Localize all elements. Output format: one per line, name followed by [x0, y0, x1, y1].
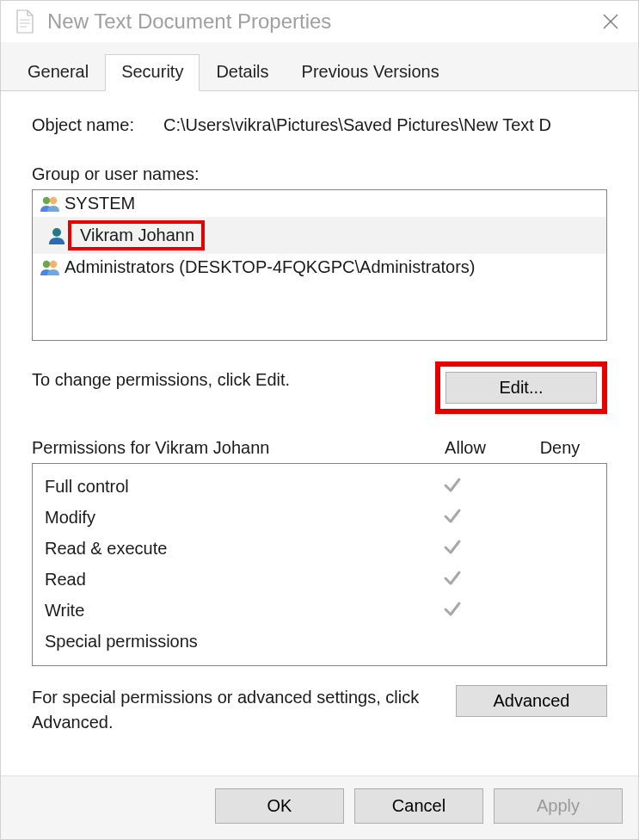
- permission-row: Read: [45, 564, 594, 595]
- permission-row: Modify: [45, 502, 594, 533]
- permission-name: Modify: [45, 508, 405, 528]
- check-icon: [442, 536, 463, 561]
- group-label: Group or user names:: [32, 164, 607, 184]
- permission-allow: [405, 536, 500, 561]
- permission-row: Read & execute: [45, 533, 594, 564]
- permissions-header-name: Permissions for Vikram Johann: [32, 438, 418, 458]
- properties-window: New Text Document Properties General Sec…: [0, 0, 639, 840]
- tab-security[interactable]: Security: [105, 54, 200, 91]
- permissions-header: Permissions for Vikram Johann Allow Deny: [32, 438, 607, 458]
- advanced-button[interactable]: Advanced: [456, 685, 607, 717]
- permission-name: Full control: [45, 477, 405, 497]
- highlight-box-edit: Edit...: [435, 361, 607, 414]
- list-item-label: Vikram Johann: [80, 225, 194, 245]
- tab-previous-versions[interactable]: Previous Versions: [286, 54, 456, 90]
- list-item-label: SYSTEM: [65, 194, 135, 213]
- list-item-label: Administrators (DESKTOP-4FQKGPC\Administ…: [65, 257, 476, 277]
- tab-content: Object name: C:\Users\vikra\Pictures\Sav…: [1, 91, 638, 775]
- permissions-col-deny: Deny: [513, 438, 607, 458]
- titlebar: New Text Document Properties: [1, 1, 638, 42]
- svg-point-6: [50, 196, 57, 203]
- advanced-hint: For special permissions or advanced sett…: [32, 685, 439, 735]
- permission-row: Write: [45, 595, 594, 626]
- edit-hint: To change permissions, click Edit.: [32, 361, 418, 390]
- ok-button[interactable]: OK: [215, 788, 344, 824]
- permission-name: Read: [45, 570, 405, 590]
- list-item-system[interactable]: SYSTEM: [33, 190, 606, 217]
- svg-point-7: [52, 228, 61, 237]
- permission-name: Special permissions: [45, 632, 405, 652]
- object-label: Object name:: [32, 115, 134, 135]
- permission-row: Special permissions: [45, 626, 594, 657]
- apply-button[interactable]: Apply: [494, 788, 623, 824]
- tab-details[interactable]: Details: [200, 54, 285, 90]
- dialog-footer: OK Cancel Apply: [1, 775, 638, 839]
- window-title: New Text Document Properties: [47, 9, 590, 34]
- list-item-vikram[interactable]: Vikram Johann: [33, 217, 606, 254]
- edit-button[interactable]: Edit...: [445, 372, 597, 404]
- close-button[interactable]: [590, 1, 631, 42]
- permission-allow: [405, 505, 500, 530]
- permission-allow: [405, 567, 500, 592]
- svg-point-9: [50, 260, 57, 267]
- advanced-row: For special permissions or advanced sett…: [32, 685, 607, 735]
- check-icon: [442, 474, 463, 499]
- tab-general[interactable]: General: [11, 54, 105, 90]
- permissions-table: Full controlModifyRead & executeReadWrit…: [32, 463, 607, 666]
- permission-allow: [405, 474, 500, 499]
- cancel-button[interactable]: Cancel: [354, 788, 483, 824]
- tab-strip: General Security Details Previous Versio…: [1, 42, 638, 91]
- check-icon: [442, 505, 463, 530]
- check-icon: [442, 567, 463, 592]
- object-row: Object name: C:\Users\vikra\Pictures\Sav…: [32, 115, 607, 135]
- group-listbox[interactable]: SYSTEM Vikram Johann: [32, 189, 607, 341]
- list-item-administrators[interactable]: Administrators (DESKTOP-4FQKGPC\Administ…: [33, 254, 606, 281]
- svg-point-8: [43, 260, 50, 267]
- object-value: C:\Users\vikra\Pictures\Saved Pictures\N…: [163, 115, 551, 135]
- permission-name: Write: [45, 601, 405, 621]
- user-icon: [46, 226, 67, 245]
- svg-point-5: [43, 196, 50, 203]
- highlight-box-user: Vikram Johann: [68, 220, 205, 250]
- document-icon: [15, 9, 35, 34]
- permission-row: Full control: [45, 471, 594, 502]
- permissions-col-allow: Allow: [418, 438, 513, 458]
- permission-name: Read & execute: [45, 539, 405, 559]
- permission-allow: [405, 598, 500, 623]
- check-icon: [442, 598, 463, 623]
- edit-row: To change permissions, click Edit. Edit.…: [32, 361, 607, 414]
- users-group-icon: [40, 195, 60, 213]
- users-group-icon: [40, 258, 60, 277]
